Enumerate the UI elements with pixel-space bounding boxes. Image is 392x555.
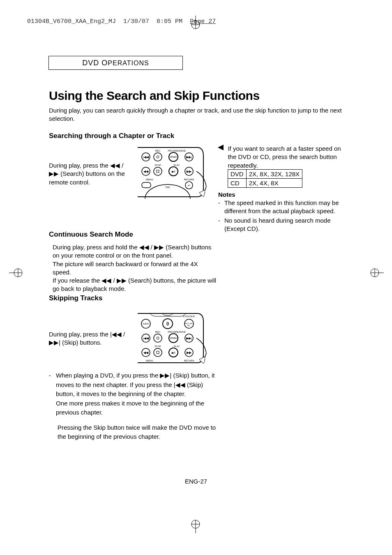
svg-text:▶▶|: ▶▶| [186, 336, 192, 340]
section-header-box: DVD OPERATIONS [48, 56, 183, 70]
svg-text:AUDIO: AUDIO [143, 322, 149, 325]
header-date: 1/30/07 [123, 18, 149, 25]
svg-text:▶▶: ▶▶ [187, 351, 192, 355]
arrow-left-icon [218, 145, 224, 152]
crop-mark-icon [188, 518, 203, 535]
svg-text:PLAY: PLAY [174, 164, 180, 166]
svg-marker-41 [218, 145, 224, 150]
notes-list: - The speed marked in this function may … [218, 199, 346, 234]
svg-text:PLAY: PLAY [174, 345, 180, 348]
skip-prev-icon: |◀◀ [174, 381, 185, 388]
svg-text:STOP: STOP [154, 164, 161, 166]
svg-text:TRK: TRK [165, 186, 170, 189]
subheading-searching: Searching through a Chapter or Track [49, 132, 174, 140]
svg-text:▶▶: ▶▶ [187, 170, 192, 173]
remote-control-diagram: E.ADV/SKIP AUDIO 0 INPUT SEL.SEL. REC PR… [136, 311, 210, 365]
search-instruction-text: During play, press the ◀◀ / ▶▶ (Search) … [49, 161, 127, 187]
crop-mark-icon [369, 265, 384, 282]
skip-instruction-text: During play, press the |◀◀ / ▶▶| (Skip) … [49, 330, 127, 347]
skip-next-icon: ▶▶| [160, 372, 171, 379]
svg-text:SPEED: SPEED [170, 156, 177, 158]
document-header: 01304B_V6700_XAA_Eng2_MJ 1/30/07 8:05 PM… [27, 18, 216, 25]
speed-label-cd: CD [228, 179, 247, 188]
svg-text:PROGRESSIVE: PROGRESSIVE [168, 150, 186, 152]
speed-table: DVD 2X, 8X, 32X, 128X CD 2X, 4X, 8X [228, 169, 302, 188]
svg-text:▶▶|: ▶▶| [186, 155, 192, 159]
svg-text:SPEED: SPEED [170, 337, 177, 339]
svg-text:SEL.: SEL. [187, 325, 191, 327]
skip-details-text: - When playing a DVD, if you press the ▶… [49, 371, 221, 442]
note-item: - The speed marked in this function may … [218, 199, 346, 216]
svg-text:|◀◀: |◀◀ [143, 155, 149, 159]
svg-text:MENU: MENU [146, 178, 153, 181]
speed-value-cd: 2X, 4X, 8X [246, 179, 302, 188]
svg-text:REC: REC [155, 150, 161, 152]
notes-heading: Notes [218, 191, 235, 198]
intro-paragraph: During play, you can search quickly thro… [49, 106, 345, 123]
search-speed-note: If you want to search at a faster speed … [218, 145, 349, 170]
page-number: ENG-27 [185, 478, 207, 485]
table-row: CD 2X, 4X, 8X [228, 179, 302, 188]
subheading-skipping: Skipping Tracks [49, 294, 102, 302]
continuous-search-text: During play, press and hold the ◀◀ / ▶▶ … [53, 243, 217, 293]
svg-text:▶II: ▶II [172, 170, 175, 173]
svg-text:0: 0 [166, 321, 169, 326]
svg-text:MENU: MENU [146, 359, 153, 362]
svg-text:|◀◀: |◀◀ [143, 336, 149, 340]
svg-text:↩: ↩ [188, 184, 191, 187]
speed-value-dvd: 2X, 8X, 32X, 128X [246, 170, 302, 179]
header-page-num: 27 [208, 18, 216, 25]
svg-text:PROGRESSIVE: PROGRESSIVE [168, 331, 186, 333]
note-item: - No sound is heard during search mode (… [218, 216, 346, 233]
svg-text:◀◀: ◀◀ [143, 351, 149, 355]
crop-mark-icon [9, 265, 24, 282]
table-row: DVD 2X, 8X, 32X, 128X [228, 170, 302, 179]
remote-control-diagram: REC PROGRESSIVE |◀◀ SPEED ▶▶| STOP PLAY … [136, 145, 210, 199]
header-filename: 01304B_V6700_XAA_Eng2_MJ [27, 18, 116, 25]
svg-text:◀◀: ◀◀ [143, 170, 149, 173]
page-title: Using the Search and Skip Functions [49, 89, 260, 103]
subheading-continuous: Continuous Search Mode [49, 230, 133, 239]
svg-text:STOP: STOP [154, 345, 161, 348]
search-speed-text: If you want to search at a faster speed … [228, 145, 343, 170]
svg-text:RETURN: RETURN [184, 178, 194, 181]
svg-text:REC: REC [155, 331, 161, 333]
rewind-forward-icon: ◀◀ / ▶▶ [139, 244, 164, 251]
svg-text:▶II: ▶II [172, 351, 175, 354]
crop-mark-icon [188, 16, 203, 32]
svg-text:E.ADV/SKIP: E.ADV/SKIP [183, 315, 195, 318]
header-time: 8:05 PM [157, 18, 182, 25]
section-label: DVD OPERATIONS [82, 59, 149, 67]
rewind-forward-icon: ◀◀ / ▶▶ [101, 277, 127, 284]
speed-label-dvd: DVD [228, 170, 247, 179]
svg-text:RETURN: RETURN [184, 359, 194, 362]
